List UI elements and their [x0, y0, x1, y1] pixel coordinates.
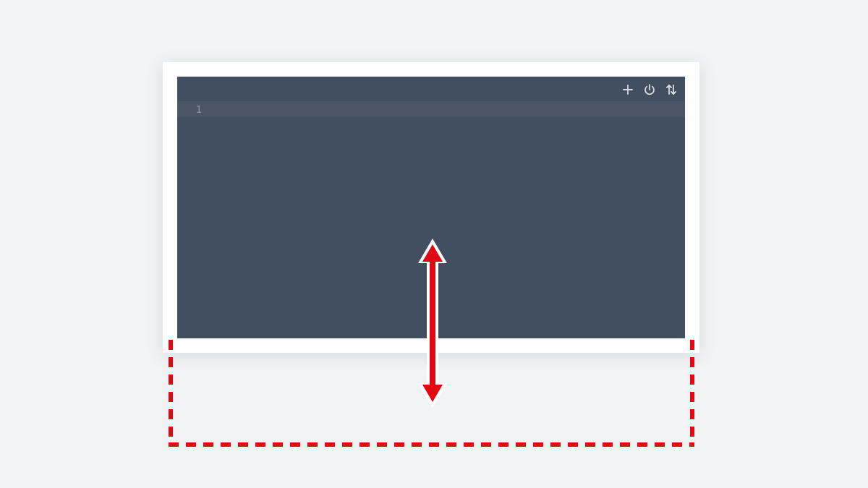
- plus-icon[interactable]: [621, 83, 634, 96]
- resize-vertical-handle[interactable]: [405, 239, 460, 409]
- drop-zone-bottom-edge: [169, 442, 694, 447]
- editor-toolbar: [621, 82, 678, 98]
- power-icon[interactable]: [643, 83, 656, 96]
- line-number: 1: [177, 101, 210, 117]
- drop-zone-left-edge: [169, 340, 173, 445]
- sort-up-down-icon[interactable]: [665, 83, 678, 96]
- drop-zone-right-edge: [690, 340, 694, 445]
